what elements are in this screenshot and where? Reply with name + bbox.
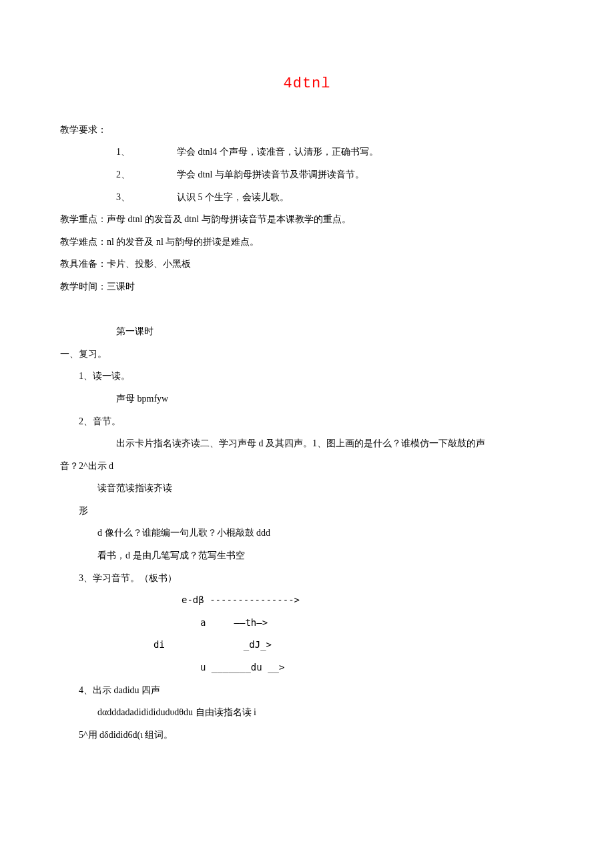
item-text: 认识 5 个生字，会读儿歌。: [177, 192, 289, 202]
section1-heading: 一、复习。: [60, 343, 554, 366]
document-page: 4dtnl 教学要求： 1、学会 dtnl4 个声母，读准音，认清形，正确书写。…: [0, 0, 614, 813]
item2-content2: 音？2^出示 d: [60, 455, 554, 478]
shape-line2: 看书，d 是由几笔写成？范写生书空: [60, 544, 554, 567]
requirement-item-2: 2、学会 dtnl 与单韵母拼读音节及带调拼读音节。: [60, 163, 554, 186]
table-row-4: u _______du __>: [135, 657, 554, 679]
item-number: 1、: [116, 147, 130, 157]
table-row-1: e-dβ --------------->: [135, 589, 554, 612]
item4-label: 4、出示 dadidu 四声: [60, 679, 554, 702]
item2-content3: 读音范读指读齐读: [60, 477, 554, 500]
item3-label: 3、学习音节。（板书）: [60, 567, 554, 590]
table-row-3: di _dJ_>: [135, 634, 554, 657]
requirements-heading: 教学要求：: [60, 119, 554, 141]
item-text: 学会 dtnl 与单韵母拼读音节及带调拼读音节。: [177, 169, 364, 179]
lesson1-heading: 第一课时: [60, 320, 554, 343]
teaching-time: 教学时间：三课时: [60, 276, 554, 298]
requirement-item-3: 3、认识 5 个生字，会读儿歌。: [60, 186, 554, 209]
shape-line1: d 像什么？谁能编一句儿歌？小棍敲鼓 ddd: [60, 522, 554, 544]
shape-label: 形: [60, 500, 554, 522]
syllable-table: e-dβ ---------------> a ——th—> di _dJ_> …: [60, 589, 554, 679]
item2-label: 2、音节。: [60, 410, 554, 433]
requirement-item-1: 1、学会 dtnl4 个声母，读准音，认清形，正确书写。: [60, 141, 554, 163]
teaching-difficulty: 教学难点：nl 的发音及 nl 与韵母的拼读是难点。: [60, 231, 554, 254]
item5-label: 5^用 dδdidid6d(ι 组词。: [60, 724, 554, 747]
table-row-2: a ——th—>: [135, 612, 554, 634]
item4-content: dαdddadadidididudυdθdu 自由读指名读 i: [60, 701, 554, 724]
item1-label: 1、读一读。: [60, 365, 554, 388]
document-title: 4dtnl: [60, 67, 554, 102]
item-number: 3、: [116, 192, 130, 202]
teaching-prep: 教具准备：卡片、投影、小黑板: [60, 253, 554, 276]
item-text: 学会 dtnl4 个声母，读准音，认清形，正确书写。: [177, 147, 378, 157]
teaching-key: 教学重点：声母 dtnl 的发音及 dtnl 与韵母拼读音节是本课教学的重点。: [60, 208, 554, 231]
item1-content: 声母 bpmfyw: [60, 388, 554, 410]
item2-content1: 出示卡片指名读齐读二、学习声母 d 及其四声。1、图上画的是什么？谁模仿一下敲鼓…: [60, 432, 554, 455]
item-number: 2、: [116, 169, 130, 179]
